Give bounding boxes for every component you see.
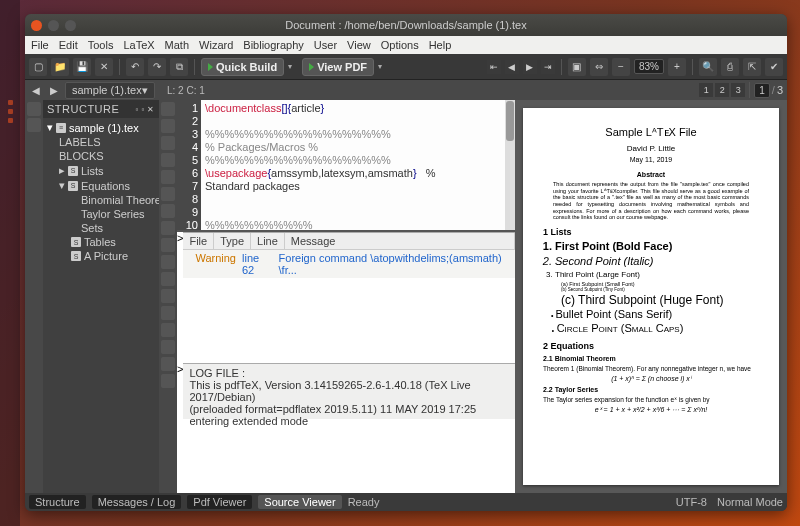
symbol-btn[interactable] [161, 136, 175, 150]
page-total: 3 [777, 84, 783, 96]
print-icon[interactable]: ⎙ [721, 58, 739, 76]
close-icon[interactable] [31, 20, 42, 31]
pdf-author: David P. Little [543, 144, 759, 154]
menu-wizard[interactable]: Wizard [199, 39, 233, 51]
symbol-btn[interactable] [161, 119, 175, 133]
window-title: Document : /home/ben/Downloads/sample (1… [285, 19, 527, 31]
viewpdf-button[interactable]: View PDF [302, 58, 374, 76]
section-icon: S [71, 251, 81, 261]
pdf-prev-page-icon[interactable]: ◀ [505, 60, 519, 74]
menu-edit[interactable]: Edit [59, 39, 78, 51]
save-icon[interactable]: 💾 [73, 58, 91, 76]
symbol-btn[interactable] [161, 323, 175, 337]
menu-file[interactable]: File [31, 39, 49, 51]
editor-scrollbar[interactable] [505, 100, 515, 230]
zoom-fit-icon[interactable]: ▣ [568, 58, 586, 76]
open-file-icon[interactable]: 📁 [51, 58, 69, 76]
gutter-btn[interactable] [27, 118, 41, 132]
pdf-page[interactable]: Sample LᴬTᴇX File David P. Little May 11… [523, 108, 779, 485]
menu-latex[interactable]: LaTeX [123, 39, 154, 51]
message-row[interactable]: Warning line 62 Foreign command \atopwit… [183, 250, 515, 278]
status-tab-structure[interactable]: Structure [29, 495, 86, 509]
run-icon [309, 63, 314, 71]
symbol-btn[interactable] [161, 340, 175, 354]
page-1[interactable]: 1 [699, 83, 713, 97]
page-3[interactable]: 3 [731, 83, 745, 97]
file-tab-dropdown[interactable]: sample (1).tex▾ [65, 82, 155, 99]
symbol-btn[interactable] [161, 204, 175, 218]
status-tab-source[interactable]: Source Viewer [258, 495, 341, 509]
pdf-last-page-icon[interactable]: ⇥ [541, 60, 555, 74]
pdf-list: First Point (Bold Face) Second Point (It… [543, 240, 759, 280]
line-numbers: 1234567891011121314151617181920212223242… [177, 100, 201, 230]
zoom-width-icon[interactable]: ⇔ [590, 58, 608, 76]
panel-controls-icon[interactable]: ▫ ▫ ✕ [135, 105, 155, 114]
symbol-btn[interactable] [161, 102, 175, 116]
page-2[interactable]: 2 [715, 83, 729, 97]
find-icon[interactable]: 🔍 [699, 58, 717, 76]
structure-tree[interactable]: ▾≡sample (1).tex LABELS BLOCKS ▸SLists ▾… [43, 118, 159, 265]
log-panel: LOG FILE : This is pdfTeX, Version 3.141… [183, 363, 515, 419]
zoom-in-icon[interactable]: + [668, 58, 686, 76]
unity-launcher [0, 0, 20, 526]
close-file-icon[interactable]: ✕ [95, 58, 113, 76]
section-equations: 2 Equations [543, 341, 759, 352]
status-tab-pdf[interactable]: Pdf Viewer [187, 495, 252, 509]
zoom-out-icon[interactable]: − [612, 58, 630, 76]
symbol-btn[interactable] [161, 289, 175, 303]
external-icon[interactable]: ⇱ [743, 58, 761, 76]
page-current[interactable]: 1 [754, 83, 770, 98]
symbol-btn[interactable] [161, 306, 175, 320]
symbol-btn[interactable] [161, 170, 175, 184]
messages-panel: File Type Line Message Warning line 62 F… [183, 232, 515, 278]
quickbuild-dropdown-icon[interactable]: ▾ [288, 62, 298, 71]
symbol-btn[interactable] [161, 153, 175, 167]
tex-file-icon: ≡ [56, 123, 66, 133]
section-icon: S [68, 166, 78, 176]
symbol-gutter [159, 100, 177, 493]
nav-fwd-icon[interactable]: ▶ [47, 83, 61, 97]
status-ready: Ready [348, 496, 380, 508]
zoom-level[interactable]: 83% [634, 59, 664, 74]
redo-icon[interactable]: ↷ [148, 58, 166, 76]
symbol-btn[interactable] [161, 357, 175, 371]
log-title: LOG FILE : [189, 367, 509, 379]
symbol-btn[interactable] [161, 255, 175, 269]
copy-icon[interactable]: ⧉ [170, 58, 188, 76]
app-window: Document : /home/ben/Downloads/sample (1… [25, 14, 787, 511]
menu-tools[interactable]: Tools [88, 39, 114, 51]
symbol-btn[interactable] [161, 187, 175, 201]
pdf-title: Sample LᴬTᴇX File [543, 126, 759, 140]
maximize-icon[interactable] [65, 20, 76, 31]
code-editor[interactable]: \documentclass[]{article} %%%%%%%%%%%%%%… [201, 100, 515, 230]
pdf-next-page-icon[interactable]: ▶ [523, 60, 537, 74]
symbol-btn[interactable] [161, 238, 175, 252]
menu-bibliography[interactable]: Bibliography [243, 39, 304, 51]
menubar: File Edit Tools LaTeX Math Wizard Biblio… [25, 36, 787, 54]
section-icon: S [68, 181, 78, 191]
minimize-icon[interactable] [48, 20, 59, 31]
symbol-btn[interactable] [161, 374, 175, 388]
statusbar: Structure Messages / Log Pdf Viewer Sour… [25, 493, 787, 511]
menu-user[interactable]: User [314, 39, 337, 51]
undo-icon[interactable]: ↶ [126, 58, 144, 76]
symbol-btn[interactable] [161, 221, 175, 235]
quickbuild-button[interactable]: Quick Build [201, 58, 284, 76]
check-icon[interactable]: ✔ [765, 58, 783, 76]
symbol-btn[interactable] [161, 272, 175, 286]
nav-back-icon[interactable]: ◀ [29, 83, 43, 97]
run-icon [208, 63, 213, 71]
messages-header: File Type Line Message [183, 233, 515, 250]
tab-toolbar: ◀ ▶ sample (1).tex▾ L: 2 C: 1 1 2 3 1 / … [25, 80, 787, 100]
viewpdf-dropdown-icon[interactable]: ▾ [378, 62, 388, 71]
menu-view[interactable]: View [347, 39, 371, 51]
menu-options[interactable]: Options [381, 39, 419, 51]
menu-help[interactable]: Help [429, 39, 452, 51]
log-line: entering extended mode [189, 415, 509, 427]
new-file-icon[interactable]: ▢ [29, 58, 47, 76]
structure-title: STRUCTURE [47, 103, 119, 115]
gutter-btn[interactable] [27, 102, 41, 116]
pdf-first-page-icon[interactable]: ⇤ [487, 60, 501, 74]
status-tab-messages[interactable]: Messages / Log [92, 495, 182, 509]
menu-math[interactable]: Math [165, 39, 189, 51]
